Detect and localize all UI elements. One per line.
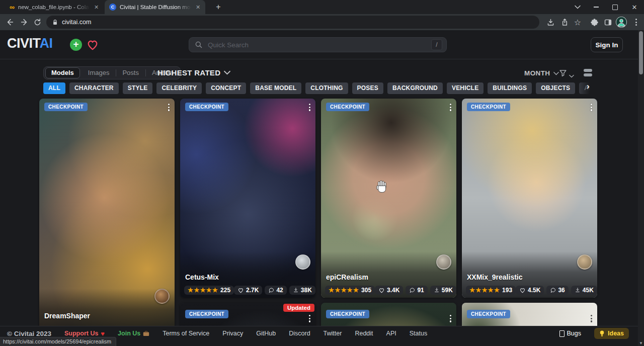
rating-pill: ★★★★★225 [184,286,234,295]
checkpoint-badge: CHECKPOINT [326,310,369,318]
bookmark-star-icon[interactable]: ☆ [572,16,584,28]
back-button[interactable] [4,16,16,28]
civitai-logo[interactable]: CIVITAI [7,37,53,50]
support-us-link[interactable]: Support Us♥ [64,330,105,337]
downloads-pill: 45K [571,286,597,295]
profile-avatar[interactable] [616,17,627,28]
page-scrollbar[interactable]: ▼ [638,30,644,346]
reload-button[interactable] [31,16,43,28]
window-chevron-icon[interactable] [569,0,586,14]
search-input[interactable] [207,41,427,49]
twitter-link[interactable]: Twitter [324,330,342,337]
tab-colab[interactable]: ∞ new_colab_file.ipynb - Colaborat ✕ [5,0,104,14]
card-menu-icon[interactable] [308,314,311,323]
checkpoint-badge: CHECKPOINT [185,103,228,111]
period-dropdown[interactable]: MONTH [524,69,559,77]
rating-count: 193 [502,287,512,294]
model-card-epicrealism[interactable]: CHECKPOINT epiCRealism ★★★★★305 3.4K 91 … [321,99,456,298]
window-maximize-button[interactable] [606,0,623,14]
model-card-dreamshaper[interactable]: CHECKPOINT DreamShaper [39,99,175,335]
quick-search-box[interactable]: / [189,37,447,52]
filter-chevron-icon[interactable] [569,71,574,80]
ideas-button[interactable]: Ideas [594,328,629,339]
card-menu-icon[interactable] [308,103,311,112]
chip-character[interactable]: CHARACTER [69,82,119,94]
lock-icon [52,19,58,26]
github-link[interactable]: GitHub [256,330,276,337]
card-layout-toggle-icon[interactable] [584,69,592,76]
civitai-favicon-icon: C [109,4,116,11]
scrollbar-down-arrow[interactable]: ▼ [638,341,644,345]
chip-base-model[interactable]: BASE MODEL [250,82,301,94]
creator-avatar[interactable] [436,254,451,270]
link-status-tooltip: https://civitai.com/models/25694/epicrea… [0,337,116,346]
tab-close-icon[interactable]: ✕ [196,4,200,11]
join-us-link[interactable]: Join Us [118,330,149,337]
card-menu-icon[interactable] [590,103,593,112]
chips-scroll-right-icon[interactable]: › [587,81,590,92]
bugs-link[interactable]: Bugs [559,330,582,337]
chip-all[interactable]: ALL [43,82,65,94]
sign-in-button[interactable]: Sign In [591,37,623,52]
chip-style[interactable]: STYLE [123,82,153,94]
chip-background[interactable]: BACKGROUND [387,82,443,94]
creator-avatar[interactable] [577,254,592,270]
chip-celebrity[interactable]: CELEBRITY [156,82,202,94]
briefcase-icon [143,330,149,336]
search-icon [195,41,203,49]
model-card-xxmix-9realistic[interactable]: CHECKPOINT XXMix_9realistic ★★★★★193 4.5… [462,99,597,298]
card-menu-icon[interactable] [590,314,593,323]
window-minimize-button[interactable] [588,0,605,14]
copyright: © Civitai 2023 [7,330,51,337]
tab-close-icon[interactable]: ✕ [94,4,99,11]
tab-models[interactable]: Models [45,67,80,78]
card-menu-icon[interactable] [167,103,171,112]
comments-pill: 91 [406,286,427,295]
card-menu-icon[interactable] [449,103,452,112]
filter-funnel-icon[interactable] [558,68,568,79]
chip-concept[interactable]: CONCEPT [206,82,246,94]
checkpoint-badge: CHECKPOINT [44,103,88,111]
side-panel-icon[interactable] [602,16,614,28]
status-link[interactable]: Status [410,330,427,337]
scrollbar-thumb[interactable] [639,31,643,74]
chip-clothing[interactable]: CLOTHING [305,82,348,94]
download-icon[interactable] [544,16,556,28]
checkpoint-badge: CHECKPOINT [185,310,228,318]
favorites-heart-icon[interactable] [86,38,99,53]
likes-count: 4.5K [528,287,540,294]
address-bar[interactable]: civitai.com [46,16,539,29]
checkpoint-badge: CHECKPOINT [326,103,369,111]
share-icon[interactable] [558,16,571,28]
card-menu-icon[interactable] [449,314,452,323]
checkpoint-badge: CHECKPOINT [467,310,510,318]
window-close-button[interactable]: ✕ [626,0,643,14]
new-tab-button[interactable]: + [213,2,223,12]
api-link[interactable]: API [386,330,396,337]
creator-avatar[interactable] [295,254,310,270]
discord-link[interactable]: Discord [289,330,310,337]
extensions-puzzle-icon[interactable] [588,16,600,28]
tab-images[interactable]: Images [82,68,116,78]
tab-posts[interactable]: Posts [116,68,145,78]
chevron-down-icon [553,71,559,75]
sort-dropdown[interactable]: HIGHEST RATED [157,68,230,77]
tab-civitai[interactable]: C Civitai | Stable Diffusion models, ✕ [105,0,205,14]
model-card-cetus-mix[interactable]: CHECKPOINT Cetus-Mix ★★★★★225 2.7K 42 38… [180,99,315,298]
tab-title: Civitai | Stable Diffusion models, [120,4,191,10]
chip-buildings[interactable]: BUILDINGS [488,82,532,94]
terms-link[interactable]: Terms of Service [163,330,209,337]
comments-count: 91 [417,287,424,294]
downloads-count: 38K [301,287,312,294]
heart-icon [519,287,526,293]
create-plus-button[interactable]: + [70,39,82,51]
chip-objects[interactable]: OBJECTS [536,82,575,94]
creator-avatar[interactable] [154,289,170,304]
chip-poses[interactable]: POSES [352,82,383,94]
forward-button[interactable] [18,16,30,28]
reddit-link[interactable]: Reddit [355,330,373,337]
privacy-link[interactable]: Privacy [222,330,243,337]
category-chip-row: ALL CHARACTER STYLE CELEBRITY CONCEPT BA… [43,82,595,94]
chip-vehicle[interactable]: VEHICLE [447,82,484,94]
browser-menu-icon[interactable] [630,16,642,28]
